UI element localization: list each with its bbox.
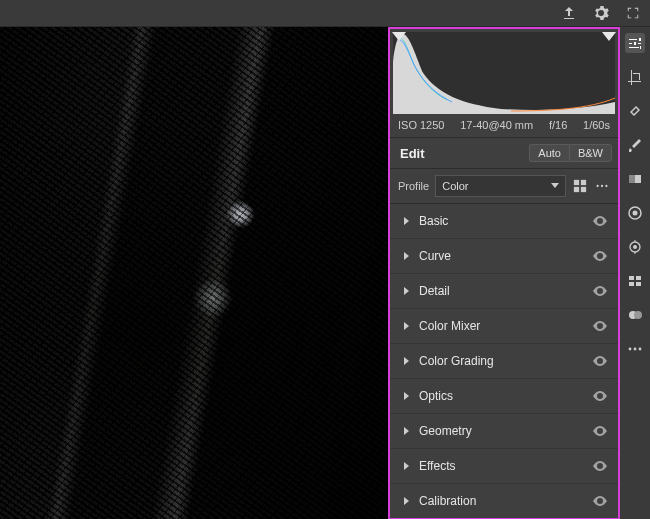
section-calibration[interactable]: Calibration [390, 484, 618, 518]
chevron-right-icon [404, 497, 409, 505]
svg-rect-15 [629, 282, 634, 286]
histogram[interactable] [393, 32, 615, 114]
profile-value: Color [442, 180, 468, 192]
eye-icon[interactable] [592, 318, 608, 334]
auto-button[interactable]: Auto [529, 144, 569, 162]
crop-icon[interactable] [625, 67, 645, 87]
exif-row: ISO 1250 17-40@40 mm f/16 1/60s [390, 114, 618, 138]
brush-icon[interactable] [625, 135, 645, 155]
section-geometry[interactable]: Geometry [390, 414, 618, 449]
section-color-grading[interactable]: Color Grading [390, 344, 618, 379]
image-canvas[interactable] [0, 27, 388, 519]
edit-header: Edit Auto B&W [390, 138, 618, 169]
section-curve[interactable]: Curve [390, 239, 618, 274]
svg-point-18 [634, 311, 642, 319]
heal-icon[interactable] [625, 101, 645, 121]
chevron-right-icon [404, 392, 409, 400]
edit-panel: ISO 1250 17-40@40 mm f/16 1/60s Edit Aut… [388, 27, 620, 519]
svg-rect-1 [581, 180, 586, 185]
chevron-right-icon [404, 462, 409, 470]
section-detail[interactable]: Detail [390, 274, 618, 309]
section-basic[interactable]: Basic [390, 204, 618, 239]
chevron-right-icon [404, 252, 409, 260]
svg-rect-3 [581, 187, 586, 192]
svg-point-12 [633, 245, 637, 249]
svg-point-19 [629, 348, 632, 351]
eye-icon[interactable] [592, 388, 608, 404]
exif-lens: 17-40@40 mm [460, 119, 533, 131]
svg-point-4 [596, 185, 598, 187]
svg-rect-14 [636, 276, 641, 280]
section-label: Effects [419, 459, 592, 473]
photo-preview [0, 27, 388, 519]
section-label: Basic [419, 214, 592, 228]
svg-rect-0 [574, 180, 579, 185]
section-label: Detail [419, 284, 592, 298]
export-icon[interactable] [560, 4, 578, 22]
svg-point-21 [639, 348, 642, 351]
svg-rect-13 [629, 276, 634, 280]
section-label: Color Mixer [419, 319, 592, 333]
profile-select[interactable]: Color [435, 175, 566, 197]
section-label: Optics [419, 389, 592, 403]
section-color-mixer[interactable]: Color Mixer [390, 309, 618, 344]
exif-aperture: f/16 [549, 119, 567, 131]
svg-point-5 [601, 185, 603, 187]
edit-title: Edit [400, 146, 529, 161]
highlight-clip-indicator[interactable] [602, 32, 616, 41]
eye-icon[interactable] [592, 423, 608, 439]
gear-icon[interactable] [592, 4, 610, 22]
section-list: Basic Curve Detail Color Mixer [390, 204, 618, 518]
profile-row: Profile Color [390, 169, 618, 204]
section-label: Color Grading [419, 354, 592, 368]
chevron-right-icon [404, 217, 409, 225]
eye-icon[interactable] [592, 458, 608, 474]
fullscreen-icon[interactable] [624, 4, 642, 22]
tool-rail [620, 27, 650, 519]
section-label: Curve [419, 249, 592, 263]
eye-icon[interactable] [592, 493, 608, 509]
exif-shutter: 1/60s [583, 119, 610, 131]
eye-icon[interactable] [592, 353, 608, 369]
svg-rect-8 [629, 175, 635, 183]
eye-icon[interactable] [592, 248, 608, 264]
presets-icon[interactable] [625, 271, 645, 291]
more-icon[interactable] [625, 339, 645, 359]
section-optics[interactable]: Optics [390, 379, 618, 414]
redeye-icon[interactable] [625, 237, 645, 257]
eye-icon[interactable] [592, 283, 608, 299]
section-label: Calibration [419, 494, 592, 508]
profile-label: Profile [398, 180, 429, 192]
chevron-right-icon [404, 427, 409, 435]
svg-point-20 [634, 348, 637, 351]
radial-gradient-icon[interactable] [625, 203, 645, 223]
exif-iso: ISO 1250 [398, 119, 444, 131]
section-effects[interactable]: Effects [390, 449, 618, 484]
chevron-right-icon [404, 357, 409, 365]
svg-rect-2 [574, 187, 579, 192]
profile-browser-icon[interactable] [572, 178, 588, 194]
svg-rect-16 [636, 282, 641, 286]
linear-gradient-icon[interactable] [625, 169, 645, 189]
chevron-right-icon [404, 322, 409, 330]
sliders-icon[interactable] [625, 33, 645, 53]
section-label: Geometry [419, 424, 592, 438]
eye-icon[interactable] [592, 213, 608, 229]
snapshot-icon[interactable] [625, 305, 645, 325]
bw-button[interactable]: B&W [569, 144, 612, 162]
profile-more-icon[interactable] [594, 178, 610, 194]
svg-point-6 [605, 185, 607, 187]
chevron-right-icon [404, 287, 409, 295]
svg-point-10 [633, 211, 638, 216]
app-topbar [0, 0, 650, 27]
shadow-clip-indicator[interactable] [392, 32, 406, 41]
